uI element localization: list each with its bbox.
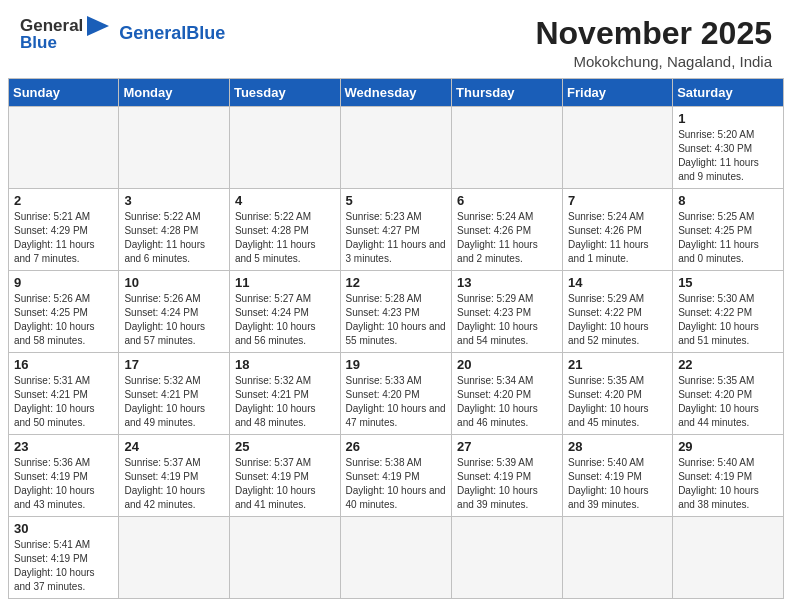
day-cell: 25Sunrise: 5:37 AM Sunset: 4:19 PM Dayli… (229, 435, 340, 517)
month-title: November 2025 (535, 16, 772, 51)
day-cell (9, 107, 119, 189)
day-cell: 20Sunrise: 5:34 AM Sunset: 4:20 PM Dayli… (452, 353, 563, 435)
day-number: 17 (124, 357, 224, 372)
day-cell: 3Sunrise: 5:22 AM Sunset: 4:28 PM Daylig… (119, 189, 230, 271)
day-cell: 4Sunrise: 5:22 AM Sunset: 4:28 PM Daylig… (229, 189, 340, 271)
day-info: Sunrise: 5:35 AM Sunset: 4:20 PM Dayligh… (568, 374, 667, 430)
day-info: Sunrise: 5:24 AM Sunset: 4:26 PM Dayligh… (568, 210, 667, 266)
day-number: 3 (124, 193, 224, 208)
day-info: Sunrise: 5:24 AM Sunset: 4:26 PM Dayligh… (457, 210, 557, 266)
day-number: 22 (678, 357, 778, 372)
day-info: Sunrise: 5:38 AM Sunset: 4:19 PM Dayligh… (346, 456, 447, 512)
day-cell: 17Sunrise: 5:32 AM Sunset: 4:21 PM Dayli… (119, 353, 230, 435)
day-number: 15 (678, 275, 778, 290)
day-info: Sunrise: 5:33 AM Sunset: 4:20 PM Dayligh… (346, 374, 447, 430)
day-cell: 7Sunrise: 5:24 AM Sunset: 4:26 PM Daylig… (563, 189, 673, 271)
day-info: Sunrise: 5:20 AM Sunset: 4:30 PM Dayligh… (678, 128, 778, 184)
day-number: 28 (568, 439, 667, 454)
day-cell: 15Sunrise: 5:30 AM Sunset: 4:22 PM Dayli… (673, 271, 784, 353)
day-info: Sunrise: 5:22 AM Sunset: 4:28 PM Dayligh… (235, 210, 335, 266)
day-number: 13 (457, 275, 557, 290)
day-of-week-monday: Monday (119, 79, 230, 107)
day-info: Sunrise: 5:21 AM Sunset: 4:29 PM Dayligh… (14, 210, 113, 266)
day-cell: 2Sunrise: 5:21 AM Sunset: 4:29 PM Daylig… (9, 189, 119, 271)
day-number: 14 (568, 275, 667, 290)
day-cell: 27Sunrise: 5:39 AM Sunset: 4:19 PM Dayli… (452, 435, 563, 517)
week-row-3: 16Sunrise: 5:31 AM Sunset: 4:21 PM Dayli… (9, 353, 784, 435)
day-info: Sunrise: 5:30 AM Sunset: 4:22 PM Dayligh… (678, 292, 778, 348)
day-cell (340, 107, 452, 189)
day-of-week-thursday: Thursday (452, 79, 563, 107)
day-of-week-saturday: Saturday (673, 79, 784, 107)
day-info: Sunrise: 5:26 AM Sunset: 4:25 PM Dayligh… (14, 292, 113, 348)
day-number: 23 (14, 439, 113, 454)
day-cell: 6Sunrise: 5:24 AM Sunset: 4:26 PM Daylig… (452, 189, 563, 271)
day-cell (229, 107, 340, 189)
day-number: 29 (678, 439, 778, 454)
day-info: Sunrise: 5:31 AM Sunset: 4:21 PM Dayligh… (14, 374, 113, 430)
title-block: November 2025 Mokokchung, Nagaland, Indi… (535, 16, 772, 70)
day-info: Sunrise: 5:36 AM Sunset: 4:19 PM Dayligh… (14, 456, 113, 512)
day-cell: 8Sunrise: 5:25 AM Sunset: 4:25 PM Daylig… (673, 189, 784, 271)
week-row-2: 9Sunrise: 5:26 AM Sunset: 4:25 PM Daylig… (9, 271, 784, 353)
day-info: Sunrise: 5:29 AM Sunset: 4:22 PM Dayligh… (568, 292, 667, 348)
day-info: Sunrise: 5:37 AM Sunset: 4:19 PM Dayligh… (235, 456, 335, 512)
day-cell (673, 517, 784, 599)
day-of-week-tuesday: Tuesday (229, 79, 340, 107)
day-number: 16 (14, 357, 113, 372)
day-info: Sunrise: 5:40 AM Sunset: 4:19 PM Dayligh… (678, 456, 778, 512)
day-cell: 9Sunrise: 5:26 AM Sunset: 4:25 PM Daylig… (9, 271, 119, 353)
day-of-week-sunday: Sunday (9, 79, 119, 107)
day-number: 2 (14, 193, 113, 208)
svg-marker-0 (87, 16, 109, 36)
day-cell (119, 107, 230, 189)
day-number: 7 (568, 193, 667, 208)
day-cell (563, 517, 673, 599)
flag-icon (87, 16, 115, 52)
day-cell: 10Sunrise: 5:26 AM Sunset: 4:24 PM Dayli… (119, 271, 230, 353)
day-cell: 11Sunrise: 5:27 AM Sunset: 4:24 PM Dayli… (229, 271, 340, 353)
day-number: 24 (124, 439, 224, 454)
week-row-4: 23Sunrise: 5:36 AM Sunset: 4:19 PM Dayli… (9, 435, 784, 517)
day-cell: 28Sunrise: 5:40 AM Sunset: 4:19 PM Dayli… (563, 435, 673, 517)
day-cell: 29Sunrise: 5:40 AM Sunset: 4:19 PM Dayli… (673, 435, 784, 517)
day-info: Sunrise: 5:23 AM Sunset: 4:27 PM Dayligh… (346, 210, 447, 266)
day-number: 18 (235, 357, 335, 372)
week-row-0: 1Sunrise: 5:20 AM Sunset: 4:30 PM Daylig… (9, 107, 784, 189)
day-cell (119, 517, 230, 599)
day-number: 30 (14, 521, 113, 536)
day-cell (563, 107, 673, 189)
day-cell: 19Sunrise: 5:33 AM Sunset: 4:20 PM Dayli… (340, 353, 452, 435)
day-number: 8 (678, 193, 778, 208)
day-cell: 12Sunrise: 5:28 AM Sunset: 4:23 PM Dayli… (340, 271, 452, 353)
day-number: 26 (346, 439, 447, 454)
day-info: Sunrise: 5:27 AM Sunset: 4:24 PM Dayligh… (235, 292, 335, 348)
day-info: Sunrise: 5:28 AM Sunset: 4:23 PM Dayligh… (346, 292, 447, 348)
week-row-5: 30Sunrise: 5:41 AM Sunset: 4:19 PM Dayli… (9, 517, 784, 599)
day-number: 25 (235, 439, 335, 454)
day-number: 4 (235, 193, 335, 208)
day-cell: 1Sunrise: 5:20 AM Sunset: 4:30 PM Daylig… (673, 107, 784, 189)
day-cell: 5Sunrise: 5:23 AM Sunset: 4:27 PM Daylig… (340, 189, 452, 271)
day-cell: 14Sunrise: 5:29 AM Sunset: 4:22 PM Dayli… (563, 271, 673, 353)
day-info: Sunrise: 5:37 AM Sunset: 4:19 PM Dayligh… (124, 456, 224, 512)
day-cell: 30Sunrise: 5:41 AM Sunset: 4:19 PM Dayli… (9, 517, 119, 599)
location: Mokokchung, Nagaland, India (535, 53, 772, 70)
logo-text: GeneralBlue (119, 24, 225, 44)
day-cell (452, 107, 563, 189)
day-number: 11 (235, 275, 335, 290)
day-cell: 13Sunrise: 5:29 AM Sunset: 4:23 PM Dayli… (452, 271, 563, 353)
day-cell: 18Sunrise: 5:32 AM Sunset: 4:21 PM Dayli… (229, 353, 340, 435)
days-of-week-row: SundayMondayTuesdayWednesdayThursdayFrid… (9, 79, 784, 107)
day-number: 10 (124, 275, 224, 290)
day-number: 6 (457, 193, 557, 208)
day-cell: 26Sunrise: 5:38 AM Sunset: 4:19 PM Dayli… (340, 435, 452, 517)
day-cell: 24Sunrise: 5:37 AM Sunset: 4:19 PM Dayli… (119, 435, 230, 517)
day-cell (452, 517, 563, 599)
day-cell (340, 517, 452, 599)
day-info: Sunrise: 5:29 AM Sunset: 4:23 PM Dayligh… (457, 292, 557, 348)
day-info: Sunrise: 5:34 AM Sunset: 4:20 PM Dayligh… (457, 374, 557, 430)
day-number: 5 (346, 193, 447, 208)
day-number: 19 (346, 357, 447, 372)
day-info: Sunrise: 5:32 AM Sunset: 4:21 PM Dayligh… (235, 374, 335, 430)
